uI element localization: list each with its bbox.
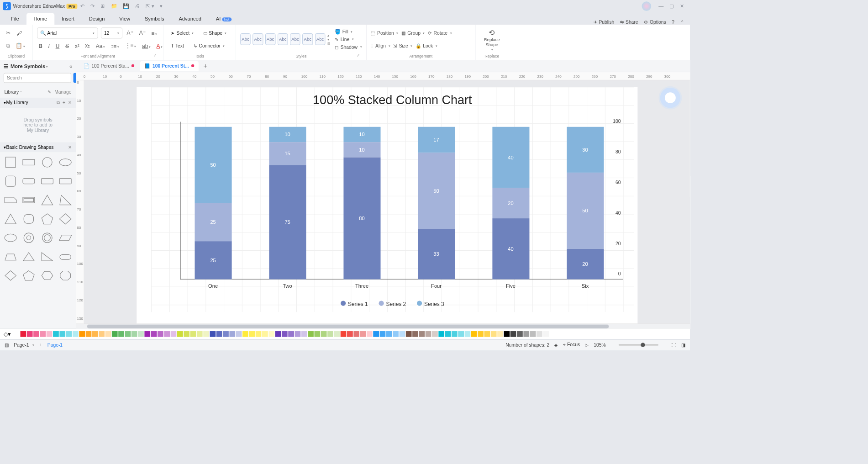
color-swatch[interactable] — [347, 331, 353, 337]
export-icon[interactable]: ⇱ ▾ — [146, 3, 154, 9]
color-swatch[interactable] — [138, 331, 144, 337]
publish-button[interactable]: ✈Publish — [594, 19, 615, 25]
increase-font-icon[interactable]: A⁺ — [125, 28, 135, 38]
color-swatch[interactable] — [184, 331, 189, 337]
fit-icon[interactable]: ⛶ — [672, 343, 676, 348]
page-selector[interactable]: Page-1▾ — [14, 343, 34, 348]
more-icon[interactable]: ▾ — [160, 3, 163, 9]
horizontal-scrollbar[interactable] — [76, 323, 690, 328]
shape-hex[interactable] — [40, 269, 54, 284]
color-swatch[interactable] — [249, 331, 255, 337]
page[interactable]: 100% Stacked Column Chart 02040608010050… — [137, 87, 637, 323]
case-icon[interactable]: Aa▾ — [95, 42, 107, 51]
basic-shapes-section[interactable]: ▾ Basic Drawing Shapes ✕ — [0, 142, 76, 152]
color-swatch[interactable] — [478, 331, 484, 337]
color-swatch[interactable] — [164, 331, 170, 337]
font-size-select[interactable]: 12▾ — [101, 27, 122, 38]
superscript-icon[interactable]: x² — [73, 42, 80, 51]
collapse-panel-icon[interactable]: « — [69, 63, 72, 69]
color-swatch[interactable] — [190, 331, 196, 337]
bar-column[interactable]: 402040Five — [492, 127, 529, 279]
play-icon[interactable]: ▷ — [585, 343, 589, 348]
color-swatch[interactable] — [458, 331, 464, 337]
tab-ai[interactable]: AI hot — [209, 13, 239, 25]
line-button[interactable]: ✎Line▾ — [335, 36, 362, 42]
color-swatch[interactable] — [14, 331, 20, 337]
focus-button[interactable]: ⌖ Focus — [563, 342, 580, 348]
shape-roundrect3[interactable] — [58, 174, 72, 189]
color-swatch[interactable] — [216, 331, 222, 337]
shape-oct[interactable] — [58, 269, 72, 284]
color-swatch[interactable] — [465, 331, 471, 337]
new-icon[interactable]: ⊞ — [100, 3, 105, 9]
color-swatch[interactable] — [432, 331, 438, 337]
tab-symbols[interactable]: Symbols — [137, 13, 171, 25]
color-swatch[interactable] — [367, 331, 373, 337]
manage-icon[interactable]: ✎ — [47, 89, 52, 95]
italic-icon[interactable]: I — [47, 42, 51, 51]
undo-icon[interactable]: ↶ — [80, 3, 85, 9]
color-swatch[interactable] — [471, 331, 477, 337]
color-swatch[interactable] — [86, 331, 92, 337]
strike-icon[interactable]: S — [64, 42, 70, 51]
tab-file[interactable]: File — [4, 13, 26, 25]
chart-panel[interactable]: 100% Stacked Column Chart 02040608010050… — [151, 87, 634, 312]
color-swatch[interactable] — [412, 331, 418, 337]
shape-rtriangle2[interactable] — [40, 250, 54, 265]
library-drop-zone[interactable]: Drag symbols here to add to My Library — [2, 110, 74, 140]
color-swatch[interactable] — [543, 331, 549, 337]
color-swatch[interactable] — [268, 331, 274, 337]
doc-tab[interactable]: 📄100 Percent Sta... — [79, 61, 138, 70]
zoom-slider[interactable] — [619, 344, 658, 346]
layers-icon[interactable]: ◈ — [554, 343, 558, 348]
color-swatch[interactable] — [314, 331, 320, 337]
color-swatch[interactable] — [445, 331, 451, 337]
copy-icon[interactable]: ⧉ — [5, 41, 11, 51]
color-swatch[interactable] — [282, 331, 288, 337]
style-gallery-icon[interactable]: ⊟ — [327, 41, 330, 45]
color-swatch[interactable] — [223, 331, 229, 337]
color-swatch[interactable] — [144, 331, 150, 337]
fill-tool-icon[interactable]: ◇▾ — [4, 331, 11, 337]
color-swatch[interactable] — [210, 331, 216, 337]
color-swatch[interactable] — [438, 331, 444, 337]
doc-tab[interactable]: 📘100 Percent St... — [140, 61, 199, 70]
style-swatch[interactable]: Abc — [265, 33, 275, 45]
color-swatch[interactable] — [99, 331, 105, 337]
color-swatch[interactable] — [288, 331, 294, 337]
canvas-viewport[interactable]: 100% Stacked Column Chart 02040608010050… — [84, 80, 690, 324]
color-swatch[interactable] — [341, 331, 347, 337]
shape-roundrect2[interactable] — [40, 174, 54, 189]
shape-snip[interactable] — [4, 194, 17, 208]
maximize-icon[interactable]: ▢ — [669, 3, 674, 9]
tab-design[interactable]: Design — [82, 13, 112, 25]
color-swatch[interactable] — [203, 331, 209, 337]
style-up-icon[interactable]: ▴ — [327, 33, 330, 37]
add-page-icon[interactable]: + — [40, 343, 42, 348]
bar-column[interactable]: 101575Two — [269, 127, 306, 279]
collapse-ribbon-icon[interactable]: ⌃ — [680, 19, 684, 25]
my-library-section[interactable]: ▾ My Library ⧉ + ✕ — [0, 98, 76, 108]
position-button[interactable]: ⬚Position▾ — [371, 30, 398, 37]
options-button[interactable]: ⚙Options — [644, 19, 666, 25]
paste-icon[interactable]: 📋▾ — [14, 41, 26, 51]
active-page[interactable]: Page-1 — [47, 343, 63, 348]
style-swatch[interactable]: Abc — [315, 33, 325, 45]
shape-ellipse[interactable] — [58, 156, 72, 170]
align-button[interactable]: ⫶Align▾ — [371, 42, 390, 49]
panel-toggle-icon[interactable]: ◨ — [681, 343, 686, 348]
shape-circle[interactable] — [40, 156, 54, 170]
shape-pent2[interactable] — [22, 269, 36, 284]
bar-column[interactable]: 502525One — [195, 127, 232, 279]
styles-expand-icon[interactable]: ⤢ — [357, 53, 359, 58]
color-swatch[interactable] — [66, 331, 72, 337]
shape-rect[interactable] — [22, 156, 36, 170]
color-swatch[interactable] — [353, 331, 359, 337]
color-swatch[interactable] — [33, 331, 39, 337]
shape-tool[interactable]: ▭Shape▾ — [200, 28, 230, 37]
shape-parallelogram[interactable] — [58, 231, 72, 246]
text-tool[interactable]: TText — [168, 42, 187, 51]
shape-triangle2[interactable] — [58, 194, 72, 208]
pages-icon[interactable]: ▥ — [5, 343, 9, 348]
style-swatch[interactable]: Abc — [253, 33, 263, 45]
